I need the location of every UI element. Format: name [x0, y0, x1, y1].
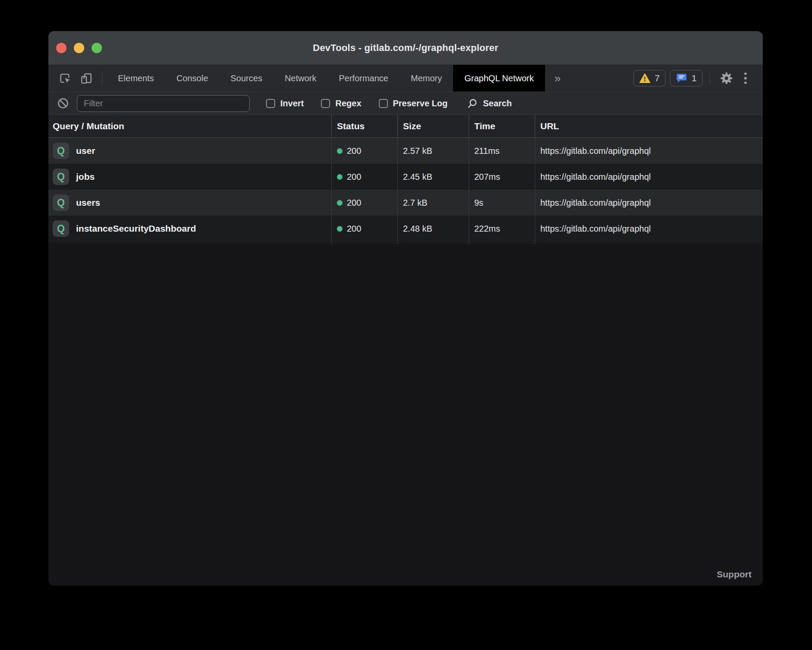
inspect-element-button[interactable]: [55, 69, 74, 88]
request-url-cell: https://gitlab.com/api/graphql: [535, 190, 763, 216]
kebab-dot: [744, 73, 747, 75]
request-name: instanceSecurityDashboard: [76, 223, 196, 234]
message-icon: [676, 73, 687, 83]
request-row[interactable]: Q jobs 200 2.45 kB 207ms https://gitlab.…: [48, 164, 763, 190]
checkbox-label: Regex: [335, 99, 361, 108]
support-link[interactable]: Support: [717, 569, 752, 580]
tab-network[interactable]: Network: [273, 65, 327, 92]
devtools-window: DevTools - gitlab.com/-/graphql-explorer…: [48, 31, 763, 586]
devtools-toolbar: Elements Console Sources Network Perform…: [48, 65, 763, 92]
kebab-dot: [744, 77, 747, 80]
search-label: Search: [483, 99, 512, 108]
request-size-cell: 2.57 kB: [397, 138, 469, 164]
request-row[interactable]: Q users 200 2.7 kB 9s https://gitlab.com…: [48, 190, 763, 216]
checkbox-label: Invert: [280, 99, 304, 108]
request-time-cell: 222ms: [469, 216, 535, 242]
filter-checkbox-regex[interactable]: Regex: [321, 99, 361, 108]
request-url-cell: https://gitlab.com/api/graphql: [535, 138, 763, 164]
zoom-button[interactable]: [92, 43, 102, 53]
warning-icon: [639, 73, 650, 83]
block-icon: [57, 97, 69, 109]
traffic-lights: [56, 31, 102, 64]
query-type-icon: Q: [53, 143, 69, 159]
tab-memory[interactable]: Memory: [400, 65, 453, 92]
close-button[interactable]: [56, 43, 67, 53]
issue-count: 1: [691, 73, 697, 83]
status-ok-icon: [337, 148, 343, 154]
issues-badge[interactable]: 1: [670, 70, 703, 86]
column-header-status[interactable]: Status: [331, 115, 397, 137]
column-header-url[interactable]: URL: [535, 115, 763, 137]
checkbox[interactable]: [379, 99, 388, 108]
request-name: user: [76, 146, 95, 156]
column-header-size[interactable]: Size: [397, 115, 469, 137]
request-size-cell: 2.45 kB: [397, 164, 469, 190]
device-toolbar-icon: [79, 71, 93, 85]
request-size-cell: 2.7 kB: [397, 190, 469, 216]
filter-checkbox-preserve-log[interactable]: Preserve Log: [379, 99, 448, 108]
request-status-cell: 200: [331, 190, 397, 216]
warning-count: 7: [655, 73, 660, 83]
request-name-cell: Q jobs: [48, 164, 331, 190]
toolbar-right: 7 1: [633, 65, 763, 92]
status-ok-icon: [337, 200, 343, 206]
request-status-cell: 200: [331, 138, 397, 164]
request-time-cell: 211ms: [469, 138, 535, 164]
tab-sources[interactable]: Sources: [219, 65, 273, 92]
status-code: 200: [347, 146, 361, 156]
status-code: 200: [347, 172, 361, 182]
warnings-badge[interactable]: 7: [633, 70, 666, 86]
tab-performance[interactable]: Performance: [328, 65, 400, 92]
filter-input[interactable]: [77, 95, 250, 112]
panel-empty-area: Support: [48, 244, 763, 586]
settings-button[interactable]: [717, 69, 736, 88]
checkbox[interactable]: [266, 99, 275, 108]
query-type-icon: Q: [53, 220, 69, 237]
filter-checkbox-invert[interactable]: Invert: [266, 99, 304, 108]
request-name: users: [76, 198, 100, 208]
tab-elements[interactable]: Elements: [107, 65, 165, 92]
request-name-cell: Q users: [48, 190, 331, 216]
column-header-query[interactable]: Query / Mutation: [48, 115, 331, 137]
panel-tabs: Elements Console Sources Network Perform…: [107, 65, 545, 92]
request-name: jobs: [76, 172, 95, 182]
status-ok-icon: [337, 174, 343, 180]
filter-bar: Invert Regex Preserve Log Search: [48, 92, 763, 115]
toolbar-right-separator: [710, 71, 710, 86]
checkbox-groups: Invert Regex Preserve Log: [250, 99, 447, 108]
clear-requests-button[interactable]: [55, 96, 71, 111]
search-button[interactable]: Search: [466, 98, 512, 109]
request-status-cell: 200: [331, 216, 397, 242]
toolbar-separator: [102, 71, 102, 86]
checkbox-label: Preserve Log: [393, 99, 448, 108]
request-row[interactable]: Q user 200 2.57 kB 211ms https://gitlab.…: [48, 138, 763, 164]
request-time-cell: 9s: [469, 190, 535, 216]
toggle-device-toolbar-button[interactable]: [77, 69, 96, 88]
tab-console[interactable]: Console: [165, 65, 219, 92]
gear-icon: [719, 71, 734, 86]
request-time-cell: 207ms: [469, 164, 535, 190]
query-type-icon: Q: [53, 194, 69, 211]
checkbox[interactable]: [321, 99, 330, 108]
request-status-cell: 200: [331, 164, 397, 190]
column-header-time[interactable]: Time: [469, 115, 535, 137]
request-name-cell: Q instanceSecurityDashboard: [48, 216, 331, 242]
request-row[interactable]: Q instanceSecurityDashboard 200 2.48 kB …: [48, 216, 763, 242]
window-title: DevTools - gitlab.com/-/graphql-explorer: [313, 42, 498, 54]
kebab-dot: [744, 82, 747, 84]
request-size-cell: 2.48 kB: [397, 216, 469, 242]
query-type-icon: Q: [53, 169, 69, 185]
minimize-button[interactable]: [74, 43, 84, 53]
request-url-cell: https://gitlab.com/api/graphql: [535, 216, 763, 242]
status-ok-icon: [337, 226, 343, 232]
inspect-icon: [58, 71, 72, 85]
request-url-cell: https://gitlab.com/api/graphql: [535, 164, 763, 190]
table-header: Query / Mutation Status Size Time URL: [48, 115, 763, 138]
request-list: Q user 200 2.57 kB 211ms https://gitlab.…: [48, 138, 763, 242]
chevron-double-right-icon: »: [555, 72, 561, 85]
more-options-button[interactable]: [736, 69, 755, 88]
more-tabs-button[interactable]: »: [545, 65, 570, 92]
titlebar: DevTools - gitlab.com/-/graphql-explorer: [48, 31, 763, 65]
toolbar-left-icons: [48, 65, 98, 92]
tab-graphql-network[interactable]: GraphQL Network: [453, 65, 545, 92]
